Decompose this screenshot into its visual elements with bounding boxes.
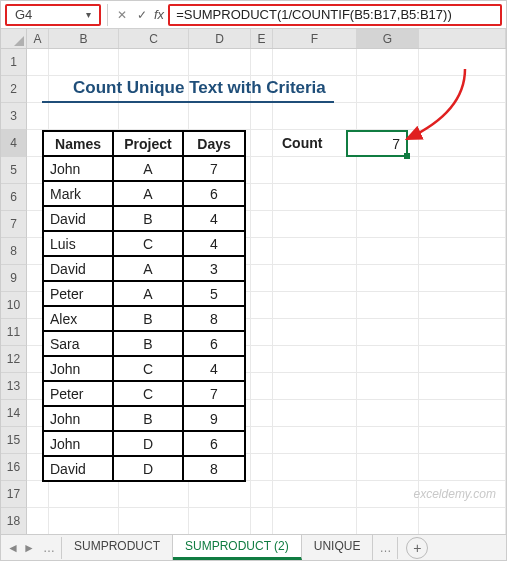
cell[interactable] (419, 373, 506, 400)
table-cell[interactable]: D (113, 456, 183, 481)
cell[interactable] (251, 319, 273, 346)
cell[interactable] (419, 265, 506, 292)
cell[interactable] (419, 211, 506, 238)
col-header-G[interactable]: G (357, 29, 419, 48)
formula-input[interactable]: =SUMPRODUCT(1/COUNTIF(B5:B17,B5:B17)) (168, 4, 502, 26)
cell[interactable] (273, 508, 357, 535)
cell[interactable] (251, 481, 273, 508)
cell[interactable] (357, 49, 419, 76)
table-cell[interactable]: A (113, 156, 183, 181)
cell[interactable] (27, 103, 49, 130)
cell[interactable] (251, 292, 273, 319)
table-cell[interactable]: B (113, 406, 183, 431)
cell[interactable] (49, 508, 119, 535)
cell[interactable] (251, 346, 273, 373)
select-all-corner[interactable] (1, 29, 27, 48)
cell[interactable] (357, 508, 419, 535)
cancel-formula-icon[interactable]: ✕ (112, 4, 132, 26)
cell[interactable] (273, 319, 357, 346)
row-header-17[interactable]: 17 (1, 481, 27, 508)
row-header-2[interactable]: 2 (1, 76, 27, 103)
table-cell[interactable]: John (43, 356, 113, 381)
cell[interactable] (419, 184, 506, 211)
table-cell[interactable]: 5 (183, 281, 245, 306)
cell[interactable] (273, 454, 357, 481)
cell[interactable] (251, 400, 273, 427)
name-box[interactable]: G4 ▾ (5, 4, 101, 26)
table-cell[interactable]: A (113, 256, 183, 281)
tab-overflow-right[interactable]: … (373, 537, 398, 559)
cell[interactable] (419, 400, 506, 427)
cell[interactable] (357, 184, 419, 211)
row-header-14[interactable]: 14 (1, 400, 27, 427)
table-cell[interactable]: 7 (183, 381, 245, 406)
row-header-7[interactable]: 7 (1, 211, 27, 238)
cell[interactable] (49, 49, 119, 76)
table-cell[interactable]: 8 (183, 456, 245, 481)
table-cell[interactable]: 6 (183, 181, 245, 206)
col-header-E[interactable]: E (251, 29, 273, 48)
cell[interactable] (357, 292, 419, 319)
cell[interactable] (357, 319, 419, 346)
table-cell[interactable]: David (43, 256, 113, 281)
cell[interactable] (419, 427, 506, 454)
table-cell[interactable]: Mark (43, 181, 113, 206)
table-cell[interactable]: John (43, 406, 113, 431)
cell[interactable] (419, 103, 506, 130)
cell[interactable] (273, 157, 357, 184)
cell[interactable] (357, 400, 419, 427)
cell[interactable] (251, 373, 273, 400)
table-cell[interactable]: Luis (43, 231, 113, 256)
row-header-15[interactable]: 15 (1, 427, 27, 454)
active-cell[interactable]: 7 (346, 130, 408, 157)
cell[interactable] (419, 157, 506, 184)
cell[interactable] (357, 346, 419, 373)
cell[interactable] (189, 103, 251, 130)
cell[interactable] (273, 211, 357, 238)
table-cell[interactable]: Sara (43, 331, 113, 356)
table-cell[interactable]: Peter (43, 381, 113, 406)
row-header-8[interactable]: 8 (1, 238, 27, 265)
fx-icon[interactable]: fx (154, 7, 164, 22)
cell[interactable] (273, 184, 357, 211)
col-header-A[interactable]: A (27, 29, 49, 48)
table-cell[interactable]: 4 (183, 231, 245, 256)
cell[interactable] (251, 265, 273, 292)
cell[interactable] (273, 103, 357, 130)
table-cell[interactable]: David (43, 456, 113, 481)
table-cell[interactable]: B (113, 306, 183, 331)
cell[interactable] (27, 481, 49, 508)
cell[interactable] (273, 400, 357, 427)
table-cell[interactable]: 8 (183, 306, 245, 331)
cell[interactable] (49, 481, 119, 508)
cell[interactable] (419, 76, 506, 103)
accept-formula-icon[interactable]: ✓ (132, 4, 152, 26)
add-sheet-button[interactable]: + (406, 537, 428, 559)
row-header-4[interactable]: 4 (1, 130, 27, 157)
cell[interactable] (419, 319, 506, 346)
cell[interactable] (273, 481, 357, 508)
col-header-B[interactable]: B (49, 29, 119, 48)
cell[interactable] (251, 211, 273, 238)
cell[interactable] (357, 481, 419, 508)
cell[interactable] (419, 346, 506, 373)
cell[interactable] (419, 454, 506, 481)
cell[interactable] (419, 130, 506, 157)
cell[interactable] (357, 157, 419, 184)
cell[interactable] (119, 481, 189, 508)
table-cell[interactable]: John (43, 431, 113, 456)
cell[interactable] (273, 373, 357, 400)
cell[interactable] (357, 427, 419, 454)
cell[interactable] (189, 49, 251, 76)
tab-next-icon[interactable]: ► (21, 541, 37, 555)
table-cell[interactable]: B (113, 331, 183, 356)
cells[interactable]: Count Unique Text with Criteria NamesPro… (27, 49, 506, 535)
col-header-D[interactable]: D (189, 29, 251, 48)
cell[interactable] (27, 76, 49, 103)
sheet-tab[interactable]: SUMPRODUCT (2) (173, 535, 302, 560)
table-cell[interactable]: 9 (183, 406, 245, 431)
col-header-F[interactable]: F (273, 29, 357, 48)
table-cell[interactable]: John (43, 156, 113, 181)
cell[interactable] (251, 49, 273, 76)
col-header-C[interactable]: C (119, 29, 189, 48)
